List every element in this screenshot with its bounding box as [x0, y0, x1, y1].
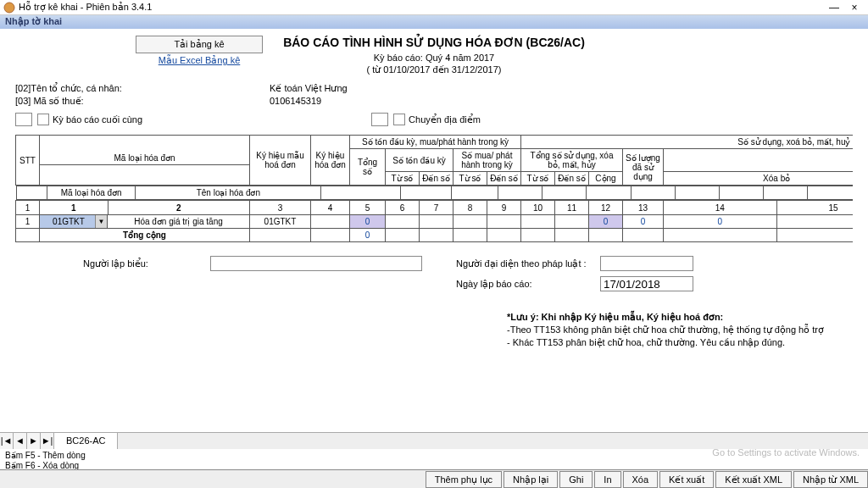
last-report-label: Kỳ báo cáo cuối cùng: [53, 114, 142, 125]
total-label: Tổng cộng: [40, 229, 250, 242]
ket-xuat-xml-button[interactable]: Kết xuất XML: [715, 471, 792, 488]
tab-nav-first[interactable]: |◄: [0, 433, 14, 449]
ngay-lap-label: Ngày lập báo cáo:: [456, 279, 600, 290]
nguoi-lap-input[interactable]: [210, 256, 422, 271]
cell-ten-loai[interactable]: Hóa đơn giá trị gia tăng: [108, 215, 250, 229]
title-bar: Hỗ trợ kê khai - Phiên bản 3.4.1 — ×: [0, 0, 868, 15]
column-number-row: 1 12 3 4 5 6 7 8 9 10 11 12 13 14 15 16 …: [16, 201, 854, 215]
h-tongsudung: Tổng số sử dụng, xóa bỏ, mất, hủy: [521, 149, 623, 172]
svg-point-0: [4, 3, 14, 13]
close-button[interactable]: ×: [844, 2, 865, 14]
tab-nav-last[interactable]: ►|: [41, 433, 54, 449]
h-denso2: Đến số: [487, 172, 521, 186]
table-row[interactable]: 1 01GTKT ▼ Hóa đơn giá trị gia tăng 01GT…: [16, 215, 854, 229]
invoice-table: STT Mã loại hóa đơn Tên loại hóa đơn Ký …: [15, 135, 853, 242]
last-report-input[interactable]: [15, 113, 32, 126]
tax-label: [03] Mã số thuế:: [15, 96, 270, 107]
h-tuso1: Từ số: [386, 172, 420, 186]
xoa-button[interactable]: Xóa: [623, 471, 659, 488]
report-range: ( từ 01/10/2017 đến 31/12/2017): [15, 64, 853, 75]
h-denso1: Đến số: [420, 172, 453, 186]
ngay-lap-input[interactable]: [600, 276, 693, 291]
dai-dien-input[interactable]: [600, 256, 693, 271]
tax-value: 0106145319: [270, 96, 321, 107]
cell-ma-loai-dropdown[interactable]: 01GTKT ▼: [40, 215, 108, 229]
h-denso3: Đến số: [555, 172, 589, 186]
h-tuso2: Từ số: [453, 172, 487, 186]
cell-c12[interactable]: 0: [589, 215, 623, 229]
ghi-button[interactable]: Ghi: [559, 471, 593, 488]
sheet-tab[interactable]: BC26-AC: [54, 433, 118, 449]
move-location-checkbox[interactable]: [393, 114, 405, 125]
cell-c14[interactable]: 0: [664, 215, 777, 229]
org-value: Kế toán Việt Hưng: [270, 83, 348, 94]
total-c5: 0: [350, 229, 386, 242]
note-heading: *Lưu ý: Khi nhập Ký hiệu mẫu, Ký hiệu ho…: [507, 312, 853, 323]
nguoi-lap-label: Người lập biểu:: [83, 258, 210, 269]
h-tuso3: Từ số: [521, 172, 555, 186]
them-phu-luc-button[interactable]: Thêm phụ lục: [426, 471, 502, 488]
h-tongso: Tổng số: [350, 149, 386, 186]
cell-c5[interactable]: 0: [350, 215, 386, 229]
h-ma-ten: Mã loại hóa đơn Tên loại hóa đơn: [40, 136, 250, 186]
h-sldasudung: Số lượng đã sử dụng: [623, 149, 664, 186]
h-group-sudung: Số sử dụng, xoá bỏ, mất, huỷ trong kỳ: [521, 136, 854, 149]
minimize-button[interactable]: —: [824, 2, 844, 14]
h-somua: Số mua/ phát hành trong kỳ: [453, 149, 521, 172]
report-period: Kỳ báo cáo: Quý 4 năm 2017: [15, 53, 853, 63]
window-title: Hỗ trợ kê khai - Phiên bản 3.4.1: [19, 2, 824, 13]
h-kyhieu-hd: Ký hiệu hóa đơn: [311, 136, 350, 186]
invoice-table-wrapper[interactable]: STT Mã loại hóa đơn Tên loại hóa đơn Ký …: [15, 135, 853, 242]
move-location-input[interactable]: [371, 113, 388, 126]
menu-tab[interactable]: Nhập tờ khai: [0, 15, 868, 29]
mau-excel-link[interactable]: Mẫu Excel Bảng kê: [159, 55, 241, 65]
h-trongdo: Trong đó: [664, 149, 854, 172]
note-line1: -Theo TT153 không phân biệt chữ hoa chữ …: [507, 324, 853, 336]
notes: *Lưu ý: Khi nhập Ký hiệu mẫu, Ký hiệu ho…: [15, 312, 853, 348]
report-title: BÁO CÁO TÌNH HÌNH SỬ DỤNG HÓA ĐƠN (BC26/…: [15, 36, 853, 49]
in-button[interactable]: In: [594, 471, 620, 488]
org-label: [02]Tên tổ chức, cá nhân:: [15, 83, 270, 94]
table-total-row: Tổng cộng 0: [16, 229, 854, 242]
dai-dien-label: Người đại diện theo pháp luật :: [456, 258, 600, 269]
cell-c13[interactable]: 0: [623, 215, 664, 229]
h-stt: STT: [16, 136, 40, 186]
cell-kyhieu-hd[interactable]: [311, 215, 350, 229]
h-sotondauky: Số tồn đầu kỳ: [386, 149, 453, 172]
move-location-label: Chuyển địa điểm: [409, 114, 481, 125]
cell-kyhieu-mau[interactable]: 01GTKT: [250, 215, 311, 229]
last-report-checkbox[interactable]: [37, 114, 49, 125]
keyboard-hints: Bấm F5 - Thêm dòng Bấm F6 - Xóa dòng: [5, 451, 86, 471]
app-icon: [3, 2, 15, 14]
h-kyhieu-mau: Ký hiệu mẫu hoá đơn: [250, 136, 311, 186]
sheet-tab-strip: |◄ ◄ ► ►| BC26-AC: [0, 432, 868, 449]
cell-stt: 1: [16, 215, 40, 229]
h-group-dauky: Số tồn đầu kỳ, mua/phát hành trong kỳ: [350, 136, 521, 149]
ket-xuat-button[interactable]: Kết xuất: [659, 471, 714, 488]
tab-nav-prev[interactable]: ◄: [14, 433, 27, 449]
h-xoabo: Xóa bỏ: [664, 172, 854, 186]
note-line2: - Khác TT153 phân biệt chữ hoa, chữ thườ…: [507, 337, 853, 348]
bottom-toolbar: Thêm phụ lục Nhập lại Ghi In Xóa Kết xuấ…: [0, 469, 868, 488]
nhap-lai-button[interactable]: Nhập lại: [504, 471, 558, 488]
h-cong: Cộng: [589, 172, 623, 186]
chevron-down-icon[interactable]: ▼: [95, 215, 107, 228]
nhap-tu-xml-button[interactable]: Nhập từ XML: [793, 471, 868, 488]
tab-nav-next[interactable]: ►: [27, 433, 41, 449]
